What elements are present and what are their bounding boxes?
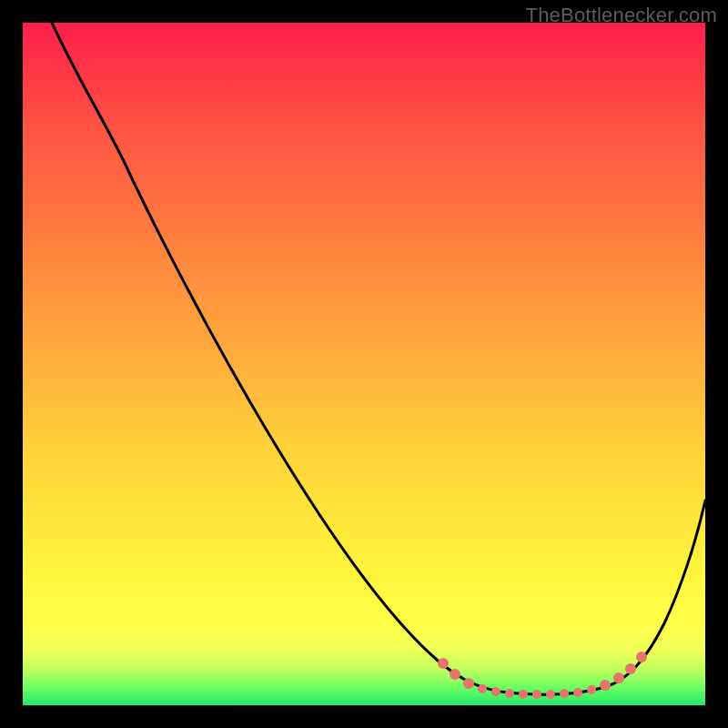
svg-point-2 [463,678,474,689]
svg-point-0 [438,658,449,669]
svg-point-11 [587,685,596,694]
chart-frame: TheBottlenecker.com [0,0,728,728]
svg-point-15 [636,652,647,662]
svg-point-12 [600,680,611,691]
curve-path [52,23,705,694]
svg-point-5 [505,689,514,698]
svg-point-9 [560,689,569,698]
svg-point-8 [546,690,555,699]
bottleneck-curve [23,23,705,705]
watermark-text: TheBottlenecker.com [526,4,717,27]
svg-point-13 [613,672,624,683]
svg-point-10 [573,688,582,697]
svg-point-1 [450,669,460,680]
svg-point-14 [625,663,636,674]
plot-area [23,23,705,705]
svg-point-3 [478,684,487,693]
svg-point-4 [491,687,500,696]
svg-point-6 [519,690,528,699]
svg-point-7 [532,690,541,699]
bottom-dotted-region [438,652,647,699]
